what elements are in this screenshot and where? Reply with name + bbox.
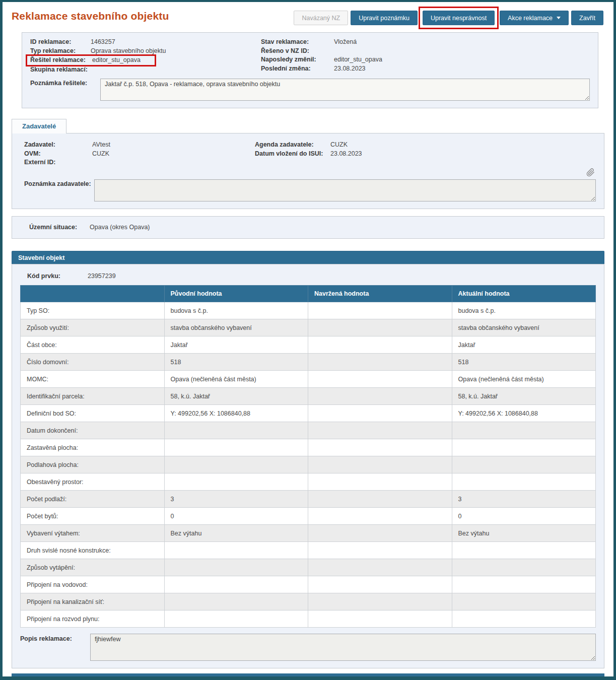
stavebni-objekt-table: Původní hodnota Navržená hodnota Aktuáln… [20, 285, 596, 628]
row-value [308, 422, 452, 439]
paperclip-icon[interactable] [586, 168, 595, 178]
row-value [308, 439, 452, 456]
annotation-box-resitel: Řešitel reklamace:editor_stu_opava [26, 54, 156, 66]
akce-reklamace-label: Akce reklamace [508, 15, 553, 22]
field-label: Skupina reklamací: [30, 65, 91, 75]
navazany-nz-button[interactable]: Navázaný NZ [294, 11, 348, 25]
table-row: Způsob vytápění: [21, 559, 596, 576]
row-value: 58, k.ú. Jaktař [452, 388, 596, 405]
row-value: Bez výtahu [164, 525, 308, 542]
row-value: Jaktař [164, 336, 308, 354]
field-value: 23.08.2023 [330, 150, 362, 159]
field-label: Agenda zadavatele: [255, 141, 330, 150]
row-value [452, 593, 596, 610]
row-value [308, 456, 452, 473]
upravit-poznamku-button[interactable]: Upravit poznámku [351, 11, 418, 25]
row-label: Typ SO: [21, 302, 165, 319]
zadavatele-right-column: Agenda zadavatele:CUZK Datum vložení do … [255, 141, 596, 167]
row-label: Obestavěný prostor: [21, 473, 165, 491]
akce-reklamace-button[interactable]: Akce reklamace [500, 11, 569, 25]
table-row: Vybavení výtahem:Bez výtahuBez výtahu [21, 525, 596, 542]
row-value [452, 610, 596, 628]
field-value: 23.08.2023 [334, 64, 366, 74]
row-value [452, 439, 596, 456]
row-value [164, 542, 308, 559]
table-row: Připojení na rozvod plynu: [21, 610, 596, 628]
row-value: budova s č.p. [452, 302, 596, 319]
table-row: Zastavěná plocha: [21, 439, 596, 456]
header: Reklamace stavebního objektu Navázaný NZ… [12, 6, 604, 32]
row-value: stavba občanského vybavení [164, 319, 308, 336]
row-value [452, 422, 596, 439]
field-label: Datum vložení do ISUI: [255, 150, 330, 159]
row-value [164, 439, 308, 456]
upravit-nespravnost-button[interactable]: Upravit nesprávnost [423, 11, 495, 25]
row-value [308, 491, 452, 508]
zadavatele-left-column: Zadavatel:AVtest OVM:CUZK Externí ID: [24, 141, 255, 167]
row-label: Datum dokončení: [21, 422, 165, 439]
table-row: Obestavěný prostor: [21, 473, 596, 491]
column-header-aktualni: Aktuální hodnota [452, 286, 596, 302]
row-value [308, 371, 452, 388]
uzemni-situace-label: Územní situace: [29, 223, 90, 232]
row-value [164, 593, 308, 610]
poznamka-zadavatele-textarea[interactable] [94, 179, 596, 201]
table-row: Definiční bod SO:Y: 499202,56 X: 1086840… [21, 405, 596, 422]
row-value: Bez výtahu [452, 525, 596, 542]
row-label: Počet bytů: [21, 508, 165, 525]
field-value: 1463257 [91, 38, 115, 47]
row-label: Definiční bod SO: [21, 405, 165, 422]
row-value [164, 473, 308, 491]
field-label: Poslední změna: [261, 64, 334, 74]
table-row: Druh svislé nosné konstrukce: [21, 542, 596, 559]
poznamka-resitele-label: Poznámka řešitele: [30, 79, 100, 101]
uzemni-situace-panel: Územní situace: Opava (okres Opava) [12, 216, 604, 239]
row-value: Y: 499202,56 X: 1086840,88 [452, 405, 596, 422]
row-value: Jaktař [452, 336, 596, 354]
page-title: Reklamace stavebního objektu [12, 10, 169, 22]
stavebni-objekt-panel-body: Kód prvku: 23957239 Původní hodnota Navr… [12, 264, 604, 668]
poznamka-resitele-textarea[interactable]: Jaktař č.p. 518, Opava - reklamace, opra… [100, 79, 590, 101]
kod-prvku-label: Kód prvku: [27, 273, 88, 280]
row-label: MOMC: [21, 371, 165, 388]
row-value [164, 559, 308, 576]
row-value [308, 508, 452, 525]
row-value [308, 405, 452, 422]
row-value [308, 336, 452, 354]
table-row: MOMC:Opava (nečleněná část města)Opava (… [21, 371, 596, 388]
reklamace-info-panel: ID reklamace:1463257 Typ reklamace:Oprav… [22, 32, 598, 108]
field-label: Stav reklamace: [261, 38, 334, 47]
field-value: editor_stu_opava [92, 56, 141, 65]
zavrit-button[interactable]: Zavřít [571, 11, 603, 25]
row-label: Vybavení výtahem: [21, 525, 165, 542]
table-row: Počet podlaží:33 [21, 491, 596, 508]
chevron-down-icon [557, 17, 561, 19]
row-value [452, 576, 596, 593]
row-value: 58, k.ú. Jaktař [164, 388, 308, 405]
table-header-row: Původní hodnota Navržená hodnota Aktuáln… [21, 286, 596, 302]
so-table-body: Typ SO:budova s č.p.budova s č.p.Způsob … [21, 302, 596, 628]
row-value: budova s č.p. [164, 302, 308, 319]
row-label: Způsob využití: [21, 319, 165, 336]
table-row: Připojení na vodovod: [21, 576, 596, 593]
page: Reklamace stavebního objektu Navázaný NZ… [3, 2, 613, 679]
table-row: Připojení na kanalizační síť: [21, 593, 596, 610]
row-value [308, 593, 452, 610]
row-value: stavba občanského vybavení [452, 319, 596, 336]
row-value: 518 [452, 354, 596, 371]
table-row: Typ SO:budova s č.p.budova s č.p. [21, 302, 596, 319]
row-value [164, 422, 308, 439]
row-value [452, 473, 596, 491]
table-row: Datum dokončení: [21, 422, 596, 439]
annotation-box-upravit-nespravnost: Upravit nesprávnost [419, 7, 499, 29]
popis-reklamace-textarea[interactable]: fjhiewfew [90, 634, 596, 661]
row-value [308, 559, 452, 576]
row-value [308, 542, 452, 559]
field-label: Řešitel reklamace: [30, 56, 92, 65]
row-value [308, 302, 452, 319]
row-value [308, 576, 452, 593]
stavebni-objekt-panel: Stavební objekt Kód prvku: 23957239 Půvo… [12, 251, 604, 668]
cutoff-panel-bar [12, 673, 604, 679]
field-value: Vložená [334, 38, 357, 47]
tab-zadavatele[interactable]: Zadavatelé [12, 119, 66, 133]
